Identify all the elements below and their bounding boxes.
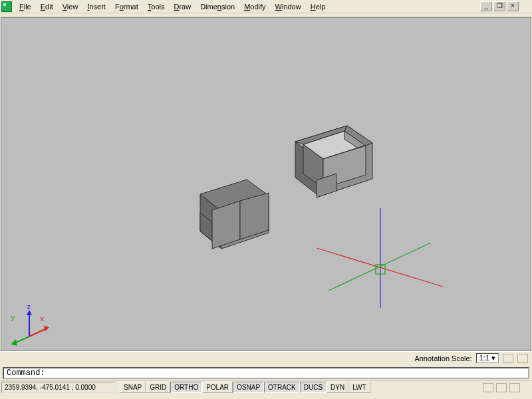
command-input[interactable] [3,367,529,379]
status-toggles: SNAP GRID ORTHO POLAR OSNAP OTRACK DUCS … [120,382,370,393]
annotation-scale-selector[interactable]: 1:1 ▾ [476,353,499,363]
svg-line-18 [329,243,431,291]
restore-button[interactable]: ❐ [493,1,505,11]
menu-format[interactable]: Format [110,1,143,11]
ucs-x-label: x [40,315,45,323]
svg-marker-23 [44,326,49,331]
menu-edit[interactable]: Edit [36,1,58,11]
toggle-osnap[interactable]: OSNAP [233,382,264,393]
toggle-lwt[interactable]: LWT [348,382,370,393]
toggle-grid[interactable]: GRID [146,382,170,393]
ucs-indicator: z x y [9,306,53,342]
status-bar: 2359.9394, -475.0141 , 0.0000 SNAP GRID … [0,380,532,394]
close-button[interactable]: × [507,1,519,11]
menu-view[interactable]: View [58,1,83,11]
svg-line-24 [15,336,29,343]
status-model-icon[interactable] [483,383,493,392]
3d-cursor [317,208,443,308]
menu-window[interactable]: Window [271,1,306,11]
svg-marker-25 [11,339,17,346]
annotation-scale-bar: Annotation Scale: 1:1 ▾ [0,351,532,364]
ucs-y-label: y [11,314,15,322]
menu-dimension[interactable]: Dimension [196,1,239,11]
toggle-polar[interactable]: POLAR [202,382,233,393]
menu-draw[interactable]: Draw [169,1,196,11]
minimize-button[interactable]: _ [480,1,492,11]
menu-insert[interactable]: Insert [82,1,110,11]
drawing-viewport[interactable]: z x y [1,17,531,351]
command-line-panel [0,364,532,380]
toggle-ortho[interactable]: ORTHO [170,382,202,393]
menu-help[interactable]: Help [306,1,331,11]
app-icon [1,1,12,12]
menu-tools[interactable]: Tools [143,1,170,11]
toggle-dyn[interactable]: DYN [327,382,348,393]
annotation-scale-label: Annotation Scale: [414,354,471,362]
toggle-otrack[interactable]: OTRACK [264,382,300,393]
svg-line-17 [317,248,443,287]
menu-modify[interactable]: Modify [239,1,270,11]
toggle-ducs[interactable]: DUCS [300,382,327,393]
open-box-object[interactable] [281,124,380,201]
status-clean-icon[interactable] [509,383,520,392]
svg-line-22 [29,329,47,336]
toggle-snap[interactable]: SNAP [120,382,146,393]
menu-bar: File Edit View Insert Format Tools Draw … [0,0,532,13]
annotation-autoscale-icon[interactable] [517,354,528,363]
solid-box-object[interactable] [186,178,265,255]
cursor-coordinates: 2359.9394, -475.0141 , 0.0000 [1,382,116,393]
annotation-visibility-icon[interactable] [503,354,513,363]
status-toolbar-icon[interactable] [496,383,507,392]
ucs-z-label: z [27,303,31,311]
menu-file[interactable]: File [15,1,36,11]
